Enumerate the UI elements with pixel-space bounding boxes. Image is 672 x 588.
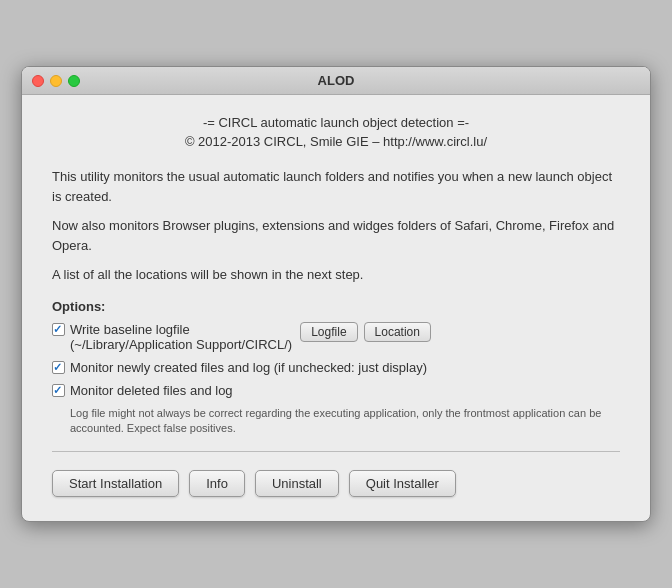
logfile-button[interactable]: Logfile — [300, 322, 357, 342]
checkbox3-wrapper: Monitor deleted files and log — [52, 383, 233, 398]
titlebar: ALOD — [22, 67, 650, 95]
checkbox1[interactable] — [52, 323, 65, 336]
maximize-button[interactable] — [68, 75, 80, 87]
close-button[interactable] — [32, 75, 44, 87]
option-row-1: Write baseline logfile (~/Library/Applic… — [52, 322, 620, 352]
traffic-lights — [32, 75, 80, 87]
option1-buttons: Logfile Location — [300, 322, 431, 342]
checkbox2[interactable] — [52, 361, 65, 374]
description-para1: This utility monitors the usual automati… — [52, 167, 620, 206]
header-line2: © 2012-2013 CIRCL, Smile GIE – http://ww… — [52, 134, 620, 149]
option-row-3: Monitor deleted files and log — [52, 383, 620, 398]
checkbox1-wrapper: Write baseline logfile (~/Library/Applic… — [52, 322, 292, 352]
bottom-buttons: Start Installation Info Uninstall Quit I… — [52, 466, 620, 501]
option2-label: Monitor newly created files and log (if … — [70, 360, 427, 375]
checkbox3[interactable] — [52, 384, 65, 397]
divider — [52, 451, 620, 452]
location-button[interactable]: Location — [364, 322, 431, 342]
window-title: ALOD — [318, 73, 355, 88]
checkbox2-wrapper: Monitor newly created files and log (if … — [52, 360, 427, 375]
options-label: Options: — [52, 299, 620, 314]
option1-label-line1: Write baseline logfile — [70, 322, 292, 337]
uninstall-button[interactable]: Uninstall — [255, 470, 339, 497]
description-para2: Now also monitors Browser plugins, exten… — [52, 216, 620, 255]
description-para3: A list of all the locations will be show… — [52, 265, 620, 285]
option1-with-buttons: Write baseline logfile (~/Library/Applic… — [52, 322, 620, 352]
header-section: -= CIRCL automatic launch object detecti… — [52, 115, 620, 149]
option3-label: Monitor deleted files and log — [70, 383, 233, 398]
option-row-2: Monitor newly created files and log (if … — [52, 360, 620, 375]
option1-text-group: Write baseline logfile (~/Library/Applic… — [70, 322, 292, 352]
warning-text: Log file might not always be correct reg… — [70, 406, 620, 437]
header-line1: -= CIRCL automatic launch object detecti… — [52, 115, 620, 130]
options-section: Options: Write baseline logfile (~/Libra… — [52, 299, 620, 437]
description-section: This utility monitors the usual automati… — [52, 167, 620, 285]
info-button[interactable]: Info — [189, 470, 245, 497]
start-installation-button[interactable]: Start Installation — [52, 470, 179, 497]
main-window: ALOD -= CIRCL automatic launch object de… — [21, 66, 651, 521]
minimize-button[interactable] — [50, 75, 62, 87]
quit-installer-button[interactable]: Quit Installer — [349, 470, 456, 497]
option1-label-line2: (~/Library/Application Support/CIRCL/) — [70, 337, 292, 352]
window-content: -= CIRCL automatic launch object detecti… — [22, 95, 650, 520]
